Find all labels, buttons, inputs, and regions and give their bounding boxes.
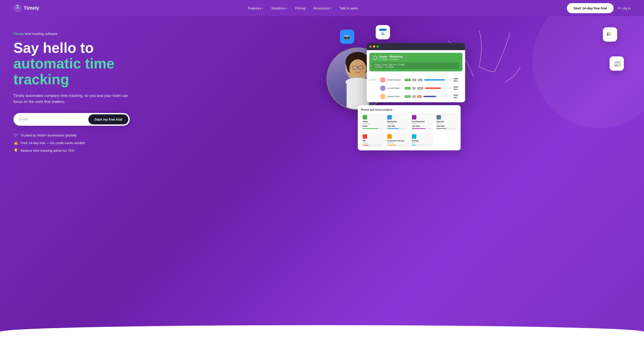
calendar-event: S Susan - Marketing 11:30am - 11:55am Sl… <box>370 53 462 71</box>
svg-text:📷: 📷 <box>344 34 350 40</box>
score-tag: 97.6 <box>405 95 410 98</box>
project-icon <box>412 115 416 120</box>
login-icon: ⇥ <box>617 6 620 10</box>
minimize-dot <box>373 46 375 48</box>
close-dot <box>370 46 372 48</box>
chevron-down-icon: ▾ <box>262 7 263 10</box>
score-tag: 87.4 <box>405 87 410 90</box>
score-tag: 97.8 <box>405 79 410 81</box>
list-item: Sales Optimise $10h <box>361 113 384 131</box>
user-name: Annette Black <box>387 87 403 89</box>
nav-solutions[interactable]: Solutions ▾ <box>271 6 287 10</box>
navbar: Timely Features ▾ Solutions ▾ Pricing Re… <box>0 0 644 16</box>
list-item: Internal Status 12h 50m <box>435 113 458 131</box>
project-sub: Mercury <box>387 142 406 144</box>
event-sub: Slack | Susan Stanton | Timely 11:30am -… <box>372 63 459 69</box>
hero-content: Timely time tracking software Say hello … <box>14 25 322 153</box>
event-time: 11:30am - 11:55am <box>379 58 402 61</box>
event-avatar: S <box>372 56 378 61</box>
hero-illustration: 📷 31 ▪▪ ▪▪ 📰 <box>322 25 630 155</box>
progress-bar <box>425 88 452 89</box>
project-hours: $10h <box>363 125 382 127</box>
trust-item-1: 🛡 Trusted by 5000+ businesses globally <box>14 133 322 138</box>
nav-login-button[interactable]: ⇥ Log in <box>617 6 630 10</box>
project-icon <box>363 115 367 120</box>
chevron-down-icon: ▾ <box>330 7 332 10</box>
zoom-icon: 📷 <box>340 30 354 44</box>
start-trial-button[interactable]: Start my free trial <box>88 114 128 124</box>
svg-rect-5 <box>379 29 386 36</box>
svg-point-1 <box>17 8 18 9</box>
brand-name: Timely <box>24 5 39 11</box>
thumbsup-icon: 👍 <box>14 141 18 145</box>
list-item: HR Timely <box>361 133 384 147</box>
svg-text:📰: 📰 <box>613 60 621 67</box>
count-tag: 8 <box>412 87 416 90</box>
shield-icon: 🛡 <box>14 133 18 138</box>
project-progress <box>387 128 406 129</box>
project-name: Sales <box>363 120 382 123</box>
hero-subtext: Timely automates company time tracking, … <box>14 93 130 105</box>
project-progress-fill <box>387 145 396 145</box>
projects-card: Pinned and recent projects Sales Optimis… <box>358 105 461 150</box>
user-avatar <box>380 94 386 99</box>
project-name: Development <box>412 120 431 123</box>
nav-features[interactable]: Features ▾ <box>248 6 263 10</box>
projects-grid: Sales Optimise $10h Marketing Mercury 12… <box>361 113 458 147</box>
project-name: Design <box>412 140 431 142</box>
nav-trial-button[interactable]: Start 14-day free trial <box>567 3 614 13</box>
project-progress-fill <box>412 145 416 145</box>
lightbulb-icon: 💡 <box>14 148 18 153</box>
hours-display: 150h 35m <box>454 78 462 82</box>
progress-fill <box>423 96 436 97</box>
project-progress-fill <box>436 128 446 129</box>
project-icon <box>436 115 441 120</box>
list-item: Design Drot <box>410 133 433 147</box>
hero-form: Start my free trial <box>14 113 130 126</box>
project-sub: Mercury <box>387 123 406 125</box>
project-icon <box>363 134 367 139</box>
table-row: Annette Black 87.4 8 12.8 150h 35m <box>370 84 462 92</box>
event-title: Susan - Marketing <box>379 55 402 58</box>
hero-eyebrow: Timely time tracking software <box>14 32 322 36</box>
project-progress <box>412 145 431 145</box>
nav-links: Features ▾ Solutions ▾ Pricing Resources… <box>248 6 358 10</box>
email-input[interactable] <box>19 117 88 121</box>
user-avatar <box>380 86 386 91</box>
dashboard-titlebar <box>367 43 465 50</box>
project-sub: Status <box>436 123 456 125</box>
progress-bar <box>424 79 452 81</box>
progress-bar <box>423 96 452 97</box>
svg-rect-6 <box>379 29 386 31</box>
table-row: 2h 50m Esther Howard 97.8 40 40 150h 35m <box>370 76 462 84</box>
hero-heading: Say hello to automatic time tracking <box>14 40 322 87</box>
progress-fill <box>424 79 445 81</box>
project-progress <box>412 128 431 129</box>
nav-talk-to-sales[interactable]: Talk to sales <box>340 6 358 10</box>
hours-display: 150h 35m <box>454 86 462 90</box>
project-progress <box>387 145 406 145</box>
hero-section: Timely time tracking software Say hello … <box>0 16 644 352</box>
progress-fill <box>425 88 441 89</box>
svg-point-17 <box>349 59 366 78</box>
svg-rect-10 <box>612 59 621 68</box>
project-icon <box>412 134 416 139</box>
nav-pricing[interactable]: Pricing <box>295 6 306 10</box>
user-avatar <box>380 77 386 83</box>
chevron-down-icon: ▾ <box>286 7 287 10</box>
nav-resources[interactable]: Resources ▾ <box>314 6 332 10</box>
project-sub: Status <box>412 123 431 125</box>
trust-items: 🛡 Trusted by 5000+ businesses globally 👍… <box>14 133 322 153</box>
project-progress <box>436 128 456 129</box>
project-progress-fill <box>363 128 378 129</box>
project-progress-fill <box>363 145 368 145</box>
logo[interactable]: Timely <box>14 4 39 12</box>
project-sub: Drot <box>412 142 431 144</box>
project-name: Internal <box>436 120 456 123</box>
project-name: Customer Service <box>387 140 406 142</box>
list-item: Customer Service Mercury <box>386 133 408 147</box>
svg-rect-4 <box>378 28 387 37</box>
svg-rect-8 <box>606 30 614 39</box>
project-hours: 12h 50m <box>436 125 456 127</box>
user-name: Eleanor Pena <box>387 95 403 98</box>
